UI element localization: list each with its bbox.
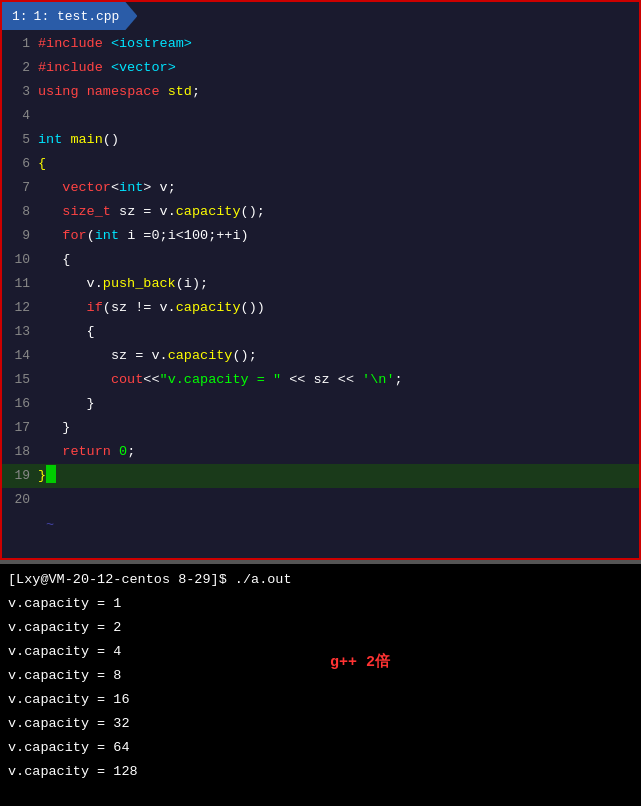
code-line-6: 6 {	[2, 152, 639, 176]
code-line-1: 1 #include <iostream>	[2, 32, 639, 56]
code-line-14: 14 sz = v.capacity();	[2, 344, 639, 368]
code-line-15: 15 cout<<"v.capacity = " << sz << '\n';	[2, 368, 639, 392]
code-line-17: 17 }	[2, 416, 639, 440]
term-output-2: v.capacity = 2	[8, 616, 633, 640]
code-line-11: 11 v.push_back(i);	[2, 272, 639, 296]
tab-label: 1: test.cpp	[34, 9, 120, 24]
cursor	[46, 465, 56, 483]
code-line-2: 2 #include <vector>	[2, 56, 639, 80]
tilde-line: ~	[2, 514, 639, 536]
term-output-3: v.capacity = 4	[8, 640, 633, 664]
code-line-16: 16 }	[2, 392, 639, 416]
tab-bar: 1: 1: test.cpp	[2, 2, 639, 30]
code-line-13: 13 {	[2, 320, 639, 344]
code-line-4: 4	[2, 104, 639, 128]
code-line-9: 9 for(int i =0;i<100;++i)	[2, 224, 639, 248]
terminal-pane: [Lxy@VM-20-12-centos 8-29]$ ./a.out v.ca…	[0, 564, 641, 806]
code-area: 1 #include <iostream> 2 #include <vector…	[2, 30, 639, 514]
code-line-12: 12 if(sz != v.capacity())	[2, 296, 639, 320]
code-line-18: 18 return 0;	[2, 440, 639, 464]
tab-test-cpp[interactable]: 1: 1: test.cpp	[2, 2, 137, 30]
term-output-7: v.capacity = 64	[8, 736, 633, 760]
code-line-3: 3 using namespace std;	[2, 80, 639, 104]
term-output-8: v.capacity = 128	[8, 760, 633, 784]
code-line-20: 20	[2, 488, 639, 512]
code-line-7: 7 vector<int> v;	[2, 176, 639, 200]
code-line-8: 8 size_t sz = v.capacity();	[2, 200, 639, 224]
editor-pane: 1: 1: test.cpp 1 #include <iostream> 2 #…	[0, 0, 641, 560]
annotation-label: g++ 2倍	[330, 652, 390, 671]
terminal-prompt: [Lxy@VM-20-12-centos 8-29]$ ./a.out	[8, 568, 633, 592]
term-output-1: v.capacity = 1	[8, 592, 633, 616]
code-line-19: 19 }	[2, 464, 639, 488]
term-output-5: v.capacity = 16	[8, 688, 633, 712]
term-output-6: v.capacity = 32	[8, 712, 633, 736]
code-line-5: 5 int main()	[2, 128, 639, 152]
code-line-10: 10 {	[2, 248, 639, 272]
term-output-4: v.capacity = 8	[8, 664, 633, 688]
